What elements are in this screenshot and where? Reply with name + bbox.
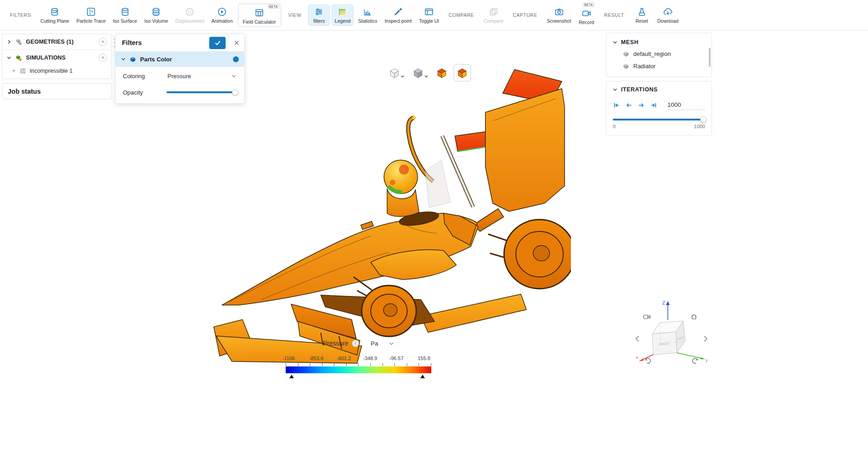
legend-icon xyxy=(338,7,348,17)
simulation-item-incompressible[interactable]: + Incompressible 1 xyxy=(2,65,111,79)
add-geometry-button[interactable]: + xyxy=(99,38,107,46)
legend-unit-dropdown[interactable]: Pa xyxy=(371,340,394,347)
particle-trace-label: Particle Trace xyxy=(76,18,106,24)
roll-ccw-button[interactable] xyxy=(644,357,651,365)
toggle-ui-label: Toggle UI xyxy=(419,18,439,24)
reset-icon xyxy=(637,7,647,17)
compare-button[interactable]: Compare xyxy=(481,5,505,25)
rotate-ccw-icon xyxy=(644,357,651,365)
opacity-slider-thumb[interactable] xyxy=(232,89,238,95)
toggle-ui-button[interactable]: Toggle UI xyxy=(417,5,441,25)
reset-button[interactable]: Reset xyxy=(631,5,652,25)
screenshot-button[interactable]: Screenshot xyxy=(545,5,573,25)
expand-icon[interactable]: + xyxy=(11,68,16,74)
next-iteration-button[interactable] xyxy=(637,101,645,109)
iteration-slider-track[interactable] xyxy=(613,119,705,120)
download-button[interactable]: Download xyxy=(655,5,681,25)
mesh-item-default-region[interactable]: default_region xyxy=(606,48,712,60)
legend-info-icon[interactable]: i xyxy=(352,340,359,347)
close-filters-button[interactable] xyxy=(228,34,244,51)
coloring-value: Pressure xyxy=(167,73,191,80)
roll-cw-button[interactable] xyxy=(691,357,699,365)
simulation-item-label: Incompressible 1 xyxy=(30,68,73,74)
particle-trace-button[interactable]: Particle Trace xyxy=(74,5,108,25)
geometries-row[interactable]: GEOMETRIES (1) + xyxy=(2,34,111,50)
mesh-scrollbar[interactable] xyxy=(709,48,711,67)
reset-label: Reset xyxy=(636,18,648,24)
filters-toggle-button[interactable]: filters xyxy=(308,5,329,25)
chevron-down-icon xyxy=(424,75,428,78)
iterations-panel-header[interactable]: ITERATIONS xyxy=(606,84,712,95)
record-button[interactable]: BETA Record xyxy=(576,4,597,27)
parts-color-enabled-toggle[interactable] xyxy=(233,56,239,62)
field-calculator-label: Field Calculator xyxy=(243,19,276,25)
home-view-button[interactable] xyxy=(691,313,697,320)
legend-max-handle[interactable] xyxy=(420,375,425,378)
cutting-plane-button[interactable]: Cutting Plane xyxy=(38,5,71,25)
camera-view-button[interactable] xyxy=(643,314,651,320)
mesh-item-label: Radiator xyxy=(633,63,656,70)
legend-toggle-button[interactable]: Legend xyxy=(332,5,353,25)
previous-iteration-button[interactable] xyxy=(625,101,633,109)
compare-label: Compare xyxy=(484,18,503,24)
opacity-slider-track[interactable] xyxy=(167,91,237,93)
check-icon xyxy=(214,40,221,46)
legend-tick: -348.9 xyxy=(363,356,377,361)
inspect-point-button[interactable]: Inspect point xyxy=(382,5,414,25)
mesh-region-icon xyxy=(623,63,629,70)
render-mode-wireframe-button[interactable] xyxy=(387,65,406,80)
last-iteration-button[interactable] xyxy=(650,101,657,109)
iteration-value-input[interactable] xyxy=(667,100,706,110)
apply-filters-button[interactable] xyxy=(209,37,226,49)
download-label: Download xyxy=(657,18,679,24)
iso-surface-button[interactable]: Iso Surface xyxy=(111,5,139,25)
add-simulation-button[interactable]: + xyxy=(99,54,107,62)
statistics-button[interactable]: Statistics xyxy=(356,5,379,25)
legend-min-handle[interactable] xyxy=(289,375,294,378)
job-status-panel[interactable]: Job status xyxy=(2,83,112,99)
close-icon xyxy=(234,40,239,45)
chevron-right-icon xyxy=(7,40,11,44)
render-mode-colored-selected-button[interactable] xyxy=(454,64,471,81)
coloring-dropdown[interactable]: Pressure xyxy=(167,71,237,81)
iterations-panel-title: ITERATIONS xyxy=(621,86,658,93)
render-mode-colored-button[interactable] xyxy=(434,65,449,80)
job-status-label: Job status xyxy=(8,88,41,95)
legend-colorbar[interactable] xyxy=(286,366,431,373)
legend-field-label: Pressure xyxy=(323,340,348,347)
first-iteration-button[interactable] xyxy=(613,101,621,109)
render-mode-solid-button[interactable] xyxy=(411,65,430,80)
parts-color-icon xyxy=(129,55,136,63)
field-calculator-button[interactable]: BETA Field Calculator xyxy=(238,4,281,27)
screenshot-icon xyxy=(554,7,564,17)
animation-button[interactable]: Animation xyxy=(209,5,235,25)
mesh-panel-header[interactable]: MESH xyxy=(606,37,712,48)
iteration-max-label: 1000 xyxy=(694,124,705,129)
mesh-item-radiator[interactable]: Radiator xyxy=(606,60,712,72)
iterations-panel: ITERATIONS 0 1000 xyxy=(606,81,712,136)
color-legend: Pressure i Pa -1106 -853.6 -601.2 -348.9… xyxy=(286,338,431,379)
rotate-left-button[interactable] xyxy=(634,335,641,343)
iso-volume-icon xyxy=(151,7,161,17)
iso-volume-button[interactable]: Iso Volume xyxy=(142,5,170,25)
displacement-button[interactable]: Displacement xyxy=(173,5,207,25)
race-car-model[interactable] xyxy=(207,67,571,369)
z-axis-label: Z xyxy=(662,301,665,306)
chevron-down-icon xyxy=(389,341,394,346)
geometries-label: GEOMETRIES (1) xyxy=(26,39,96,45)
iteration-slider-thumb[interactable] xyxy=(700,116,707,123)
chevron-right-icon xyxy=(702,335,709,343)
iteration-slider[interactable] xyxy=(613,116,705,123)
legend-range-handles xyxy=(286,373,431,379)
iteration-min-label: 0 xyxy=(613,124,616,129)
opacity-slider[interactable] xyxy=(167,89,237,95)
simulations-row[interactable]: SIMULATIONS + xyxy=(2,50,111,65)
record-label: Record xyxy=(579,20,594,25)
statistics-label: Statistics xyxy=(358,18,377,24)
parts-color-section[interactable]: Parts Color xyxy=(116,51,244,67)
cutting-plane-label: Cutting Plane xyxy=(40,18,69,24)
displacement-label: Displacement xyxy=(175,18,204,24)
rotate-right-button[interactable] xyxy=(702,335,709,343)
camera-icon xyxy=(643,314,651,320)
toolbar-group-result: RESULT xyxy=(604,12,624,18)
